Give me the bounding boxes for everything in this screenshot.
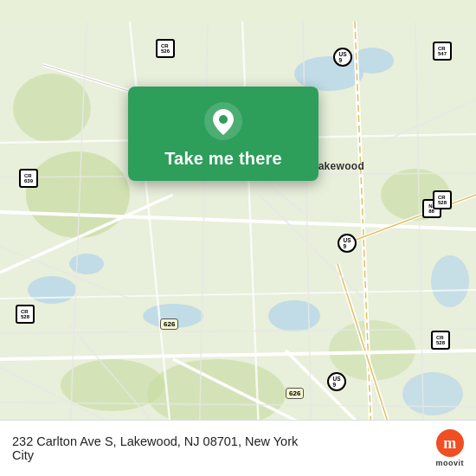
take-me-there-button[interactable]: Take me there — [164, 149, 282, 169]
address-city: City — [12, 448, 34, 462]
cr639-sign: CR639 — [19, 169, 38, 188]
moovit-text: moovit — [435, 459, 464, 467]
moovit-m-letter: m — [443, 434, 456, 453]
svg-point-7 — [431, 255, 469, 307]
svg-point-5 — [69, 254, 104, 274]
us9-top-sign: US9 — [333, 48, 352, 67]
info-bar: 232 Carlton Ave S, Lakewood, NJ 08701, N… — [0, 420, 476, 476]
svg-point-10 — [13, 74, 91, 143]
cr528-left-sign: CR528 — [16, 305, 35, 324]
cr528-top-sign: CR528 — [433, 190, 452, 209]
location-pin-icon — [204, 102, 242, 140]
cr526-sign: CR526 — [156, 39, 175, 58]
cr547-sign: CR547 — [433, 42, 452, 61]
svg-point-4 — [28, 276, 76, 304]
map-container: Take me there Lakewood CR526 US9 CR547 C… — [0, 0, 476, 476]
svg-point-3 — [268, 300, 320, 331]
marker-card[interactable]: Take me there — [128, 87, 318, 181]
r626-bot-badge: 626 — [286, 388, 304, 399]
r626-top-badge: 626 — [160, 318, 178, 330]
address-text: 232 Carlton Ave S, Lakewood, NJ 08701, N… — [12, 434, 427, 462]
svg-point-47 — [219, 115, 228, 124]
us9-bot-sign: US9 — [327, 372, 346, 391]
moovit-icon: m — [436, 429, 464, 457]
map-svg — [0, 0, 476, 476]
address-main: 232 Carlton Ave S, Lakewood, NJ 08701, N… — [12, 434, 298, 448]
svg-point-8 — [402, 372, 463, 415]
town-label: Lakewood — [312, 160, 364, 172]
cr528-bot-sign: CR528 — [431, 331, 450, 350]
moovit-logo: m moovit — [435, 429, 464, 467]
us9-mid-sign: US9 — [338, 234, 357, 253]
